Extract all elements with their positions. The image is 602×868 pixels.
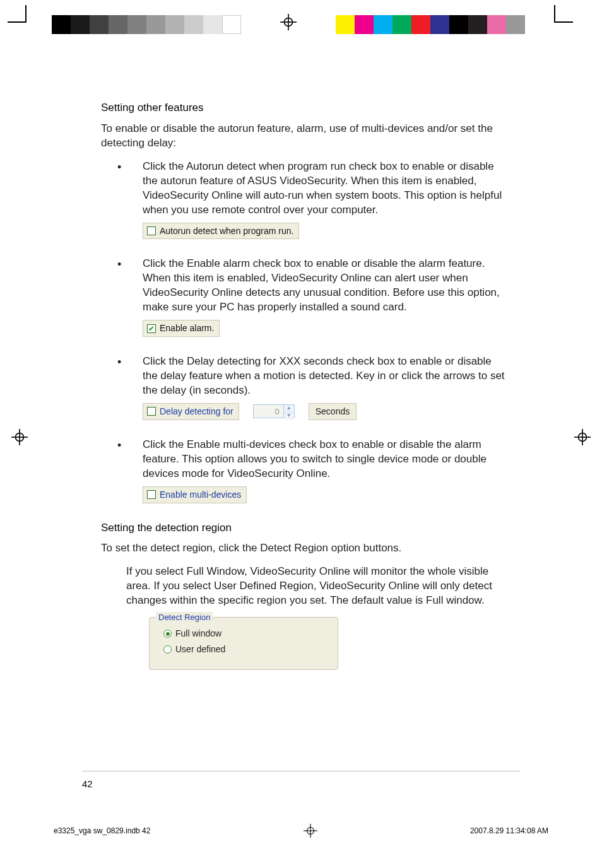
radio-user-defined-label: User defined bbox=[175, 643, 225, 655]
bullet-autorun: • Click the Autorun detect when program … bbox=[117, 160, 505, 251]
detection-para: If you select Full Window, VideoSecurity… bbox=[101, 565, 505, 608]
autorun-checkbox-panel: Autorun detect when program run. bbox=[143, 223, 299, 240]
bullet-alarm: • Click the Enable alarm check box to en… bbox=[117, 257, 505, 348]
registration-mark-icon bbox=[304, 824, 317, 838]
registration-mark-icon bbox=[11, 429, 28, 445]
alarm-checkbox[interactable]: ✔ bbox=[147, 324, 156, 333]
delay-checkbox-label: Delay detecting for bbox=[160, 406, 233, 418]
page-number: 42 bbox=[82, 778, 93, 789]
gray-swatches bbox=[52, 15, 241, 34]
multi-checkbox-panel: Enable multi-devices bbox=[143, 486, 247, 503]
multi-checkbox-label: Enable multi-devices bbox=[160, 489, 241, 501]
print-footer: e3325_vga sw_0829.indb 42 2007.8.29 11:3… bbox=[54, 824, 548, 838]
delay-spinner[interactable]: 0 ▲ ▼ bbox=[253, 404, 295, 418]
registration-mark-icon bbox=[574, 429, 591, 445]
radio-full-window[interactable] bbox=[163, 630, 172, 638]
page-rule bbox=[82, 771, 520, 771]
radio-full-window-row[interactable]: Full window bbox=[163, 628, 329, 640]
bullet-alarm-text: Click the Enable alarm check box to enab… bbox=[143, 257, 505, 315]
color-swatches bbox=[336, 15, 525, 34]
alarm-checkbox-label: Enable alarm. bbox=[160, 322, 214, 334]
heading-detection-region: Setting the detection region bbox=[101, 521, 505, 536]
bullet-delay: • Click the Delay detecting for XXX seco… bbox=[117, 355, 505, 431]
footer-date: 2007.8.29 11:34:08 AM bbox=[470, 826, 548, 835]
spinner-up-icon[interactable]: ▲ bbox=[284, 405, 294, 413]
bullet-multi-text: Click the Enable multi-devices check box… bbox=[143, 438, 505, 481]
bullet-autorun-text: Click the Autorun detect when program ru… bbox=[143, 160, 505, 218]
print-top-strip bbox=[0, 11, 602, 33]
intro-detection-region: To set the detect region, click the Dete… bbox=[101, 541, 505, 556]
autorun-checkbox-label: Autorun detect when program run. bbox=[160, 225, 293, 237]
delay-checkbox[interactable] bbox=[147, 407, 156, 416]
bullet-multi: • Click the Enable multi-devices check b… bbox=[117, 438, 505, 515]
multi-checkbox[interactable] bbox=[147, 490, 156, 499]
heading-other-features: Setting other features bbox=[101, 101, 505, 115]
detect-region-legend: Detect Region bbox=[156, 612, 213, 623]
intro-other-features: To enable or disable the autorun feature… bbox=[101, 122, 505, 151]
bullet-delay-text: Click the Delay detecting for XXX second… bbox=[143, 355, 505, 398]
alarm-checkbox-panel: ✔ Enable alarm. bbox=[143, 320, 220, 337]
delay-value[interactable]: 0 bbox=[254, 405, 284, 418]
radio-user-defined[interactable] bbox=[163, 645, 172, 654]
radio-user-defined-row[interactable]: User defined bbox=[163, 643, 329, 655]
page-content: Setting other features To enable or disa… bbox=[101, 101, 505, 670]
registration-mark-icon bbox=[280, 14, 297, 30]
delay-checkbox-panel: Delay detecting for bbox=[143, 403, 239, 420]
radio-full-window-label: Full window bbox=[175, 628, 221, 640]
seconds-label: Seconds bbox=[309, 403, 357, 420]
footer-file: e3325_vga sw_0829.indb 42 bbox=[54, 826, 150, 835]
spinner-down-icon[interactable]: ▼ bbox=[284, 413, 294, 419]
autorun-checkbox[interactable] bbox=[147, 226, 156, 235]
detect-region-fieldset: Detect Region Full window User defined bbox=[149, 617, 338, 670]
